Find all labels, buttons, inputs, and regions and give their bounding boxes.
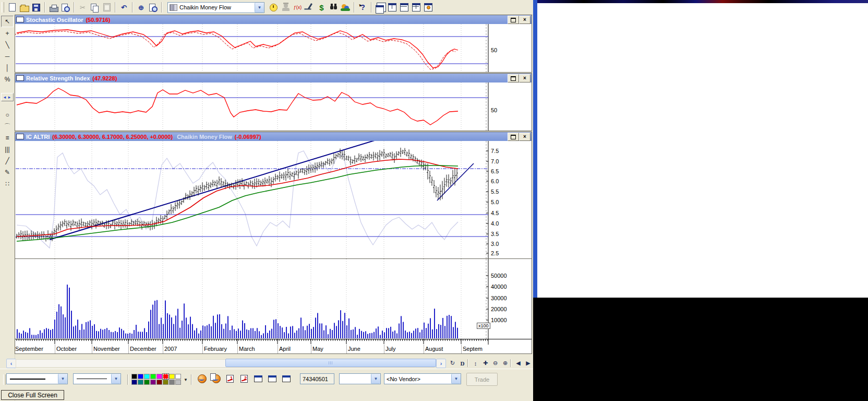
zoom-out-icon[interactable]: ⊖ <box>490 359 500 368</box>
zoom-in-icon[interactable]: ⊕ <box>500 359 510 368</box>
periodicity-daily-button[interactable]: D <box>457 359 467 368</box>
main-titlebar[interactable]: IC ALTRI (6.30000, 6.30000, 6.17000, 6.2… <box>15 132 532 141</box>
scroll-left-button[interactable]: ‹ <box>6 359 16 368</box>
zoom-vertical-icon[interactable]: ↕ <box>471 359 480 368</box>
step-right-icon[interactable]: ▶ <box>523 359 533 368</box>
explorer-icon[interactable] <box>304 2 316 13</box>
account-number-field[interactable] <box>300 373 334 384</box>
palette-more-arrow[interactable]: ▼ <box>184 378 188 382</box>
month-separator <box>163 345 163 354</box>
palette-color-008080[interactable] <box>138 380 143 385</box>
palette-color-008000[interactable] <box>144 380 150 385</box>
scroll-left-right-buttons[interactable]: ◂ ▸ <box>1 93 14 101</box>
line-style-combo[interactable]: ▼ <box>6 373 68 384</box>
close-full-screen-button[interactable]: Close Full Screen <box>1 390 64 400</box>
indicator-selector-combo[interactable]: Chaikin Money Flow▼ <box>167 2 264 13</box>
close-button[interactable]: × <box>519 16 531 24</box>
trendline-tool[interactable]: ╲ <box>2 40 13 50</box>
tile-vertical-icon[interactable] <box>386 2 398 13</box>
scroll-right-button[interactable]: › <box>436 359 446 368</box>
pointer-tool[interactable]: ↖ <box>1 16 14 27</box>
tile-grid-icon[interactable] <box>410 2 422 13</box>
zoom-page-icon[interactable] <box>147 2 159 13</box>
save-icon[interactable] <box>30 2 42 13</box>
vertical-line-tool[interactable]: │ <box>2 63 13 73</box>
palette-color-ff00ff[interactable] <box>156 374 162 379</box>
palette-color-800000[interactable] <box>156 380 162 385</box>
layout-bottom-pane-icon[interactable] <box>280 372 293 385</box>
diagonal-line-tool[interactable]: ╱ <box>2 156 13 166</box>
palette-color-808080[interactable] <box>169 380 175 385</box>
palette-color-c0c0c0[interactable] <box>175 380 181 385</box>
chart-page-1-icon[interactable]: 1 <box>224 372 236 385</box>
grid-dots-tool[interactable]: ∷ <box>2 179 13 189</box>
close-button[interactable]: × <box>519 133 531 141</box>
cut-icon: ✂ <box>77 2 89 13</box>
hatch-lines-tool[interactable]: ≡ <box>2 133 13 143</box>
copy-icon[interactable] <box>89 2 101 13</box>
open-file-icon[interactable] <box>18 2 30 13</box>
palette-color-0000ff[interactable] <box>138 374 143 379</box>
stochastic-titlebar[interactable]: Stochastic Oscillator (50.9716) × <box>15 15 532 24</box>
chevron-down-icon[interactable]: ▼ <box>371 374 380 384</box>
percent-retracement-tool[interactable]: % <box>2 74 13 85</box>
restore-button[interactable] <box>508 74 519 82</box>
window-options-icon[interactable] <box>422 2 434 13</box>
chevron-down-icon[interactable]: ▼ <box>58 374 67 384</box>
window-box-icon[interactable] <box>16 134 24 139</box>
palette-color-800080[interactable] <box>150 380 156 385</box>
web-globe-page-icon[interactable] <box>210 372 222 385</box>
crosshair-tool[interactable]: + <box>2 28 13 39</box>
pan-icon[interactable]: ✚ <box>480 359 490 368</box>
cascade-windows-icon[interactable] <box>374 2 386 13</box>
vendor-combo[interactable]: <No Vendor> ▼ <box>384 373 461 384</box>
palette-color-ffffff[interactable] <box>175 374 181 379</box>
chevron-down-icon[interactable]: ▼ <box>111 374 120 384</box>
close-button[interactable]: × <box>519 74 531 82</box>
undo-icon[interactable]: ↶ <box>118 2 130 13</box>
web-globe-icon[interactable] <box>196 372 208 385</box>
cycle-lines-tool[interactable]: ||| <box>2 144 13 155</box>
restore-button[interactable] <box>508 16 519 24</box>
print-icon[interactable] <box>47 2 59 13</box>
indicator-combo-icon <box>170 4 177 11</box>
scroll-thumb[interactable] <box>225 359 436 367</box>
line-weight-combo[interactable]: ▼ <box>73 373 121 384</box>
horizontal-line-tool[interactable]: ─ <box>2 51 13 62</box>
chevron-down-icon[interactable]: ▼ <box>255 3 264 13</box>
palette-color-000000[interactable] <box>131 374 137 379</box>
restore-button[interactable] <box>508 133 519 141</box>
palette-color-000080[interactable] <box>131 380 137 385</box>
symbol-combo[interactable]: ▼ <box>339 373 381 384</box>
function-icon[interactable]: ƒ(x) <box>292 2 304 13</box>
palette-color-00ff00[interactable] <box>150 374 156 379</box>
help-pointer-icon[interactable]: ? <box>357 2 369 13</box>
print-preview-icon[interactable] <box>59 2 71 13</box>
window-box-icon[interactable] <box>16 17 24 22</box>
toolbar-grip[interactable] <box>2 2 4 13</box>
chevron-down-icon[interactable]: ▼ <box>451 374 461 384</box>
layout-top-pane-icon[interactable] <box>252 372 264 385</box>
trade-button[interactable]: Trade <box>466 373 498 386</box>
tile-horizontal-icon[interactable] <box>398 2 410 13</box>
arc-tool[interactable]: ⌒ <box>2 121 13 132</box>
palette-color-808000[interactable] <box>163 380 168 385</box>
step-left-icon[interactable]: ◀ <box>513 359 523 368</box>
toolbar-grip[interactable] <box>3 374 6 385</box>
alarm-icon[interactable] <box>268 2 280 13</box>
crosshair-pointer-icon[interactable]: ⊕ <box>135 2 147 13</box>
binoculars-icon[interactable] <box>328 2 340 13</box>
palette-color-ffff00[interactable] <box>169 374 175 379</box>
chart-page-2-icon[interactable]: 2 <box>238 372 250 385</box>
palette-color-ff0000[interactable] <box>163 374 168 379</box>
layout-mid-pane-icon[interactable] <box>266 372 279 385</box>
pencil-tool[interactable]: ✎ <box>2 167 13 178</box>
window-box-icon[interactable] <box>16 75 24 81</box>
rsi-titlebar[interactable]: Relative Strength Index (47.9228) × <box>15 74 532 82</box>
people-icon[interactable] <box>340 2 352 13</box>
dollar-icon[interactable]: $ <box>316 2 328 13</box>
ellipse-tool[interactable]: ○ <box>2 110 13 120</box>
refresh-icon[interactable]: ↻ <box>448 359 457 368</box>
new-document-icon[interactable] <box>6 2 18 13</box>
palette-color-00ffff[interactable] <box>144 374 150 379</box>
